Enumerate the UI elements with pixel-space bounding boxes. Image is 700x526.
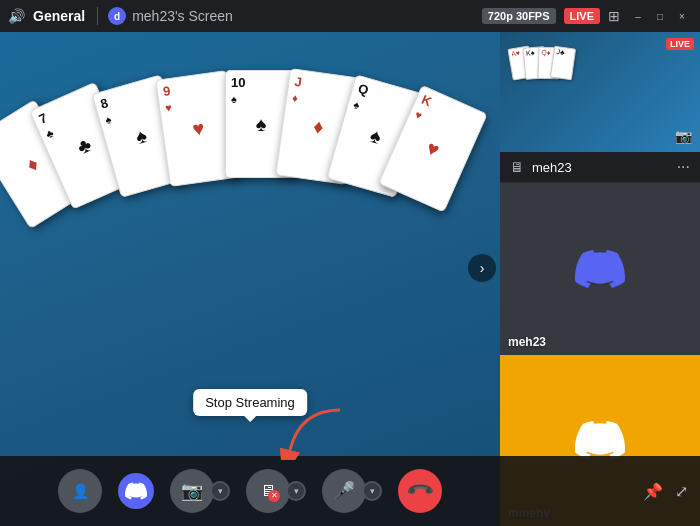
camera-thumb-icon: 📷: [675, 128, 692, 144]
main-content: 6♦ ♦7♣ ♣8♠ ♠9♥ ♥10♠ ♠J♦ ♦Q♠ ♠K♥ ♥ › Stop…: [0, 32, 700, 526]
stop-stream-icon: 🖥 ✕: [260, 482, 276, 500]
right-panel: A♥ K♠ Q♦ J♣ LIVE 📷 🖥 meh23 ···: [500, 32, 700, 526]
stream-thumbnail[interactable]: A♥ K♠ Q♦ J♣ LIVE 📷: [500, 32, 700, 152]
stream-view: 6♦ ♦7♣ ♣8♠ ♠9♥ ♥10♠ ♠J♦ ♦Q♠ ♠K♥ ♥ › Stop…: [0, 32, 500, 526]
mic-button[interactable]: 🎤: [322, 469, 366, 513]
stream-thumb-image: A♥ K♠ Q♦ J♣ LIVE 📷: [500, 32, 700, 152]
discord-avatar-meh23: [575, 244, 625, 294]
live-badge-thumb: LIVE: [666, 38, 694, 50]
red-arrow-indicator: [270, 405, 350, 464]
user-card-meh23: meh23: [500, 183, 700, 355]
live-badge-title: LIVE: [564, 8, 600, 24]
add-friend-icon: 👤: [72, 483, 89, 499]
stop-stream-button[interactable]: 🖥 ✕: [246, 469, 290, 513]
close-button[interactable]: ×: [672, 6, 692, 26]
grid-icon[interactable]: ⊞: [608, 8, 620, 24]
bottom-right-icons: 📌 ⤢: [500, 456, 700, 526]
mic-control-group: 🎤 ▾: [322, 469, 382, 513]
camera-button[interactable]: 📷: [170, 469, 214, 513]
discord-logo-icon: [125, 480, 147, 502]
discord-icon: d: [108, 7, 126, 25]
discord-button[interactable]: [118, 473, 154, 509]
stream-username: meh23: [532, 160, 669, 175]
add-friend-button[interactable]: 👤: [58, 469, 102, 513]
end-call-icon: 📞: [404, 475, 435, 506]
pin-icon[interactable]: 📌: [643, 482, 663, 501]
end-call-button[interactable]: 📞: [398, 469, 442, 513]
maximize-button[interactable]: □: [650, 6, 670, 26]
solitaire-scene: 6♦ ♦7♣ ♣8♠ ♠9♥ ♥10♠ ♠J♦ ♦Q♠ ♠K♥ ♥ ›: [0, 32, 500, 526]
title-bar-controls: 720p 30FPS LIVE ⊞: [482, 8, 620, 24]
title-bar: 🔊 General d meh23's Screen 720p 30FPS LI…: [0, 0, 700, 32]
fullscreen-icon[interactable]: ⤢: [675, 482, 688, 501]
bottom-controls: 👤 📷 ▾ 🖥 ✕: [0, 456, 500, 526]
monitor-icon: 🖥: [510, 159, 524, 175]
stream-user-row: 🖥 meh23 ···: [500, 152, 700, 183]
channel-name: General: [33, 8, 85, 24]
username-meh23: meh23: [508, 335, 546, 349]
camera-control-group: 📷 ▾: [170, 469, 230, 513]
more-options-button[interactable]: ···: [677, 158, 690, 176]
quality-badge: 720p 30FPS: [482, 8, 556, 24]
camera-caret[interactable]: ▾: [210, 481, 230, 501]
channel-label: General: [33, 8, 85, 24]
screen-label-container: d meh23's Screen: [97, 7, 233, 25]
screen-label: meh23's Screen: [132, 8, 233, 24]
mic-icon: 🎤: [333, 480, 355, 502]
volume-icon: 🔊: [8, 8, 25, 24]
mic-caret[interactable]: ▾: [362, 481, 382, 501]
stop-stream-control-group: 🖥 ✕ ▾: [246, 469, 306, 513]
window-controls: – □ ×: [628, 6, 692, 26]
minimize-button[interactable]: –: [628, 6, 648, 26]
camera-icon: 📷: [181, 480, 203, 502]
stop-stream-caret[interactable]: ▾: [286, 481, 306, 501]
